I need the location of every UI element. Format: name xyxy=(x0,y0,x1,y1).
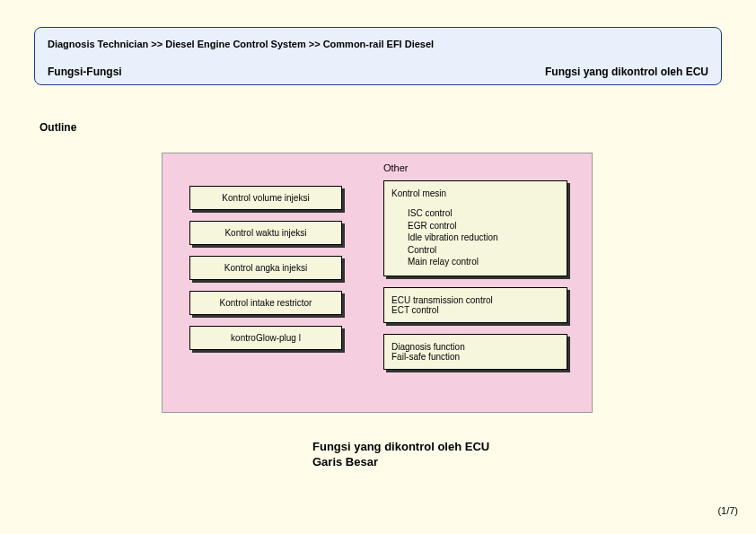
bottom-title: Fungsi yang dikontrol oleh ECU Garis Bes… xyxy=(312,440,489,470)
header-left-title: Fungsi-Fungsi xyxy=(48,66,122,78)
list-item: ISC control xyxy=(408,207,559,220)
outline-label: Outline xyxy=(40,121,76,134)
header-box: Diagnosis Technician >> Diesel Engine Co… xyxy=(34,27,722,85)
other-label: Other xyxy=(383,162,409,173)
right-box-1: Kontrol mesin ISC control EGR control Id… xyxy=(383,180,567,276)
right-box-3: Diagnosis function Fail-safe function xyxy=(383,334,567,370)
header-row: Fungsi-Fungsi Fungsi yang dikontrol oleh… xyxy=(48,66,708,78)
list-item: Control xyxy=(408,244,559,257)
list-item: Diagnosis function xyxy=(391,342,559,352)
list-item: EGR control xyxy=(408,220,559,232)
breadcrumb: Diagnosis Technician >> Diesel Engine Co… xyxy=(48,39,708,49)
list-item: Fail-safe function xyxy=(391,352,559,362)
right-col: Kontrol mesin ISC control EGR control Id… xyxy=(383,180,567,381)
left-card-1: Kontrol waktu injeksi xyxy=(189,221,342,245)
left-card-2: Kontrol angka injeksi xyxy=(189,256,342,280)
left-stack: Kontrol volume injeksi Kontrol waktu inj… xyxy=(189,186,342,361)
left-card-3: Kontrol intake restrictor xyxy=(189,291,342,315)
right-box-2: ECU transmission control ECT control xyxy=(383,287,567,323)
right-box1-list: ISC control EGR control Idle vibration r… xyxy=(391,202,559,268)
left-card-0: Kontrol volume injeksi xyxy=(189,186,342,210)
list-item: Main relay control xyxy=(408,256,559,268)
right-box1-title: Kontrol mesin xyxy=(391,188,559,198)
list-item: ECU transmission control xyxy=(391,295,559,305)
pager: (1/7) xyxy=(717,505,738,516)
diagram-box: Other Kontrol volume injeksi Kontrol wak… xyxy=(162,153,593,413)
list-item: ECT control xyxy=(391,305,559,315)
left-card-4: kontroGlow-plug l xyxy=(189,326,342,350)
list-item: Idle vibration reduction xyxy=(408,232,559,244)
header-right-title: Fungsi yang dikontrol oleh ECU xyxy=(545,66,708,78)
bottom-title-line2: Garis Besar xyxy=(312,455,489,470)
bottom-title-line1: Fungsi yang dikontrol oleh ECU xyxy=(312,440,489,455)
